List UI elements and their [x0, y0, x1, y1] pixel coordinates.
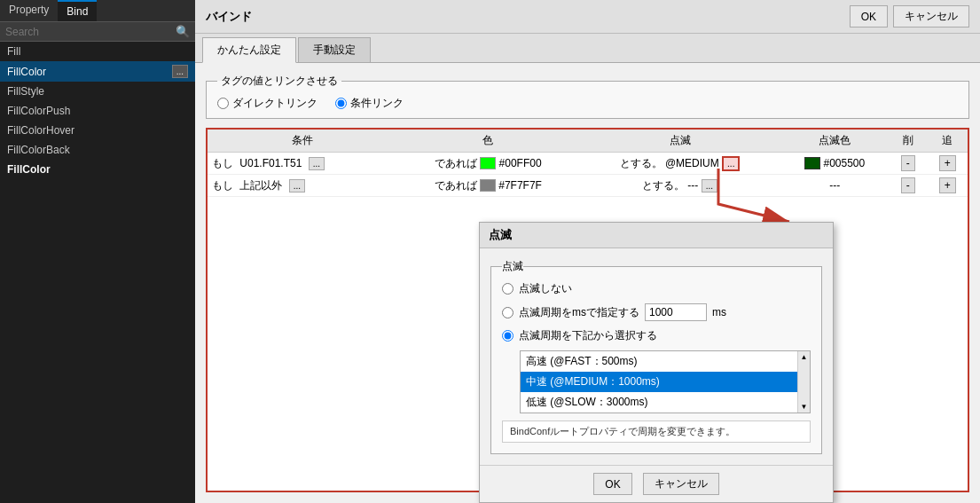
tab-bind[interactable]: Bind: [58, 0, 97, 21]
radio-direct-link[interactable]: ダイレクトリンク: [217, 96, 318, 111]
property-fill[interactable]: Fill: [0, 42, 195, 61]
row2-blink-btn[interactable]: ...: [702, 179, 717, 193]
blink-group-label: 点滅: [502, 259, 523, 274]
radio-no-blink[interactable]: [502, 283, 514, 295]
search-input[interactable]: [5, 26, 172, 38]
list-item[interactable]: 高速 (@FAST：500ms): [521, 351, 797, 372]
blink-dialog-footer: OK キャンセル: [480, 465, 833, 502]
row1-blink-btn[interactable]: ...: [722, 156, 740, 171]
blink-ok-button[interactable]: OK: [593, 473, 631, 495]
list-item[interactable]: 低速 (@SLOW：3000ms): [521, 392, 797, 413]
property-fillcolorhover[interactable]: FillColorHover: [0, 121, 195, 140]
col-del: 削: [889, 130, 928, 153]
blink-dialog-title: 点滅: [480, 223, 833, 248]
row2-condition-btn[interactable]: ...: [289, 179, 305, 193]
ms-input[interactable]: [645, 303, 707, 321]
property-fillstyle[interactable]: FillStyle: [0, 82, 195, 101]
scroll-up-btn[interactable]: ▲: [799, 351, 810, 363]
bind-dialog-title: バインド: [206, 9, 252, 25]
radio-list-blink[interactable]: [502, 330, 514, 342]
scroll-down-btn[interactable]: ▼: [799, 401, 810, 413]
main-content: バインド OK キャンセル かんたん設定 手動設定 タグの値とリンクさせる ダイ…: [195, 0, 980, 503]
property-fillcolorpush[interactable]: FillColorPush: [0, 101, 195, 121]
bind-dialog-header-buttons: OK キャンセル: [850, 5, 969, 28]
table-row: もし 上記以外 ... であれば #7F7F7F とする。: [208, 175, 968, 197]
bind-ok-button[interactable]: OK: [850, 5, 888, 28]
blink-note: BindConfルートプロパティで周期を変更できます。: [502, 420, 811, 443]
row1-minus-btn[interactable]: -: [901, 155, 915, 171]
bind-dialog-titlebar: バインド OK キャンセル: [195, 0, 980, 34]
row1-color-box: [480, 157, 496, 169]
col-blinkcolor: 点滅色: [780, 130, 889, 153]
col-blink: 点滅: [579, 130, 781, 153]
left-panel: Property Bind 🔍 Fill FillColor ... FillS…: [0, 0, 195, 503]
radio-condition-link[interactable]: 条件リンク: [335, 96, 404, 111]
left-panel-tabs: Property Bind: [0, 0, 195, 22]
blink-dialog-content: 点滅 点滅しない 点滅周期をmsで指定する ms 点滅周期を下記から選択する: [480, 248, 833, 465]
blink-group: 点滅 点滅しない 点滅周期をmsで指定する ms 点滅周期を下記から選択する: [490, 259, 822, 454]
row1-plus-btn[interactable]: +: [939, 155, 956, 171]
list-item-selected[interactable]: 中速 (@MEDIUM：1000ms): [521, 372, 797, 392]
blink-option-list: 点滅周期を下記から選択する: [502, 328, 811, 343]
row2-plus-btn[interactable]: +: [939, 177, 956, 193]
blink-listbox-wrapper: 高速 (@FAST：500ms) 中速 (@MEDIUM：1000ms) 低速 …: [520, 350, 811, 413]
link-type-radio-group: ダイレクトリンク 条件リンク: [217, 96, 958, 111]
property-fillcolorback[interactable]: FillColorBack: [0, 140, 195, 160]
tab-property[interactable]: Property: [0, 0, 58, 21]
blink-cancel-button[interactable]: キャンセル: [643, 473, 719, 495]
blink-option-none: 点滅しない: [502, 281, 811, 296]
col-add: 追: [928, 130, 968, 153]
property-fillcolor-bold[interactable]: FillColor: [0, 160, 195, 179]
tab-easy-settings[interactable]: かんたん設定: [202, 37, 296, 63]
col-condition: 条件: [208, 130, 397, 153]
row2-color-box: [480, 179, 496, 192]
fillcolor-ellipsis-btn[interactable]: ...: [172, 65, 188, 78]
bind-cancel-button[interactable]: キャンセル: [893, 5, 969, 28]
blink-scrollbar: ▲ ▼: [797, 351, 810, 413]
property-fillcolor[interactable]: FillColor ...: [0, 61, 195, 82]
radio-ms-blink[interactable]: [502, 307, 514, 318]
row1-blink-color-box: [804, 157, 820, 169]
property-list: Fill FillColor ... FillStyle FillColorPu…: [0, 42, 195, 503]
table-row: もし U01.F01.T51 ... であれば #00FF00 とする。: [208, 153, 968, 175]
link-group-label: タグの値とリンクさせる: [217, 74, 341, 89]
link-group: タグの値とリンクさせる ダイレクトリンク 条件リンク: [206, 74, 969, 119]
blink-listbox: 高速 (@FAST：500ms) 中速 (@MEDIUM：1000ms) 低速 …: [521, 351, 797, 413]
search-bar: 🔍: [0, 22, 195, 42]
row1-condition-btn[interactable]: ...: [309, 157, 325, 170]
search-icon[interactable]: 🔍: [176, 25, 190, 38]
condition-table: 条件 色 点滅 点滅色 削 追 もし U01: [208, 130, 968, 197]
tab-manual-settings[interactable]: 手動設定: [298, 37, 371, 62]
row2-minus-btn[interactable]: -: [901, 177, 915, 193]
blink-option-ms: 点滅周期をmsで指定する ms: [502, 303, 811, 321]
bind-tabs: かんたん設定 手動設定: [195, 34, 980, 63]
col-color: 色: [397, 130, 579, 153]
blink-dialog: 点滅 点滅 点滅しない 点滅周期をmsで指定する ms: [479, 222, 834, 503]
